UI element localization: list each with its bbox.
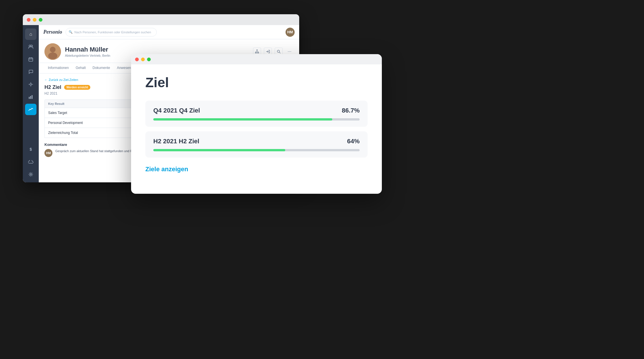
goal-title: H2 Ziel [44, 84, 61, 90]
svg-point-1 [31, 45, 32, 47]
popup-minimize-button[interactable] [141, 58, 145, 61]
profile-name: Hannah Müller [65, 46, 110, 53]
profile-info: Hannah Müller Abteilungsleiterin Vertrie… [65, 46, 110, 57]
search-bar[interactable]: 🔍 Nach Personen, Funktionen oder Einstel… [66, 28, 157, 36]
sidebar-icon-chart[interactable] [25, 91, 36, 103]
svg-rect-16 [256, 52, 258, 53]
progress-bar-1-bg [153, 118, 360, 121]
back-link-text: Zurück zu Ziel-Zeiten [49, 78, 78, 81]
goal-badge: Werden erreicht [64, 85, 90, 90]
svg-rect-2 [29, 58, 33, 61]
sidebar-icon-cloud[interactable] [25, 156, 36, 168]
goal-card-2-name: H2 2021 H2 Ziel [153, 138, 199, 145]
top-bar: Personio 🔍 Nach Personen, Funktionen ode… [39, 25, 299, 39]
sidebar-icon-home[interactable]: ⌂ [25, 28, 36, 40]
titlebar-back [23, 14, 299, 25]
svg-point-24 [277, 50, 280, 52]
close-button[interactable] [27, 18, 30, 22]
popup-body: Ziel Q4 2021 Q4 Ziel 86.7% H2 2021 H2 Zi… [131, 64, 382, 183]
svg-rect-9 [32, 95, 32, 99]
search-icon: 🔍 [69, 30, 73, 34]
svg-point-10 [30, 174, 32, 175]
popup-close-button[interactable] [135, 58, 139, 61]
user-avatar[interactable]: HM [286, 28, 295, 37]
sidebar-icon-people[interactable] [25, 41, 36, 52]
goal-card-1-name: Q4 2021 Q4 Ziel [153, 107, 200, 114]
front-window: Ziel Q4 2021 Q4 Ziel 86.7% H2 2021 H2 Zi… [131, 54, 382, 194]
sidebar-icon-calendar[interactable] [25, 54, 36, 65]
sidebar-icon-settings2[interactable] [25, 79, 36, 90]
goal-card-1-pct: 86.7% [342, 107, 360, 114]
commenter-avatar: HM [44, 149, 52, 157]
minimize-button[interactable] [33, 18, 36, 22]
goal-card-2-pct: 64% [347, 138, 360, 145]
svg-point-13 [48, 52, 57, 59]
goal-card-2-top: H2 2021 H2 Ziel 64% [153, 138, 360, 145]
svg-line-25 [279, 52, 280, 53]
sidebar-icon-dollar[interactable]: $ [25, 144, 36, 155]
svg-rect-17 [258, 52, 259, 53]
popup-titlebar [131, 54, 382, 64]
progress-bar-2-fill [153, 149, 285, 151]
ziele-anzeigen-link[interactable]: Ziele anzeigen [145, 166, 368, 173]
goal-card-2[interactable]: H2 2021 H2 Ziel 64% [145, 131, 368, 158]
goal-card-1-top: Q4 2021 Q4 Ziel 86.7% [153, 107, 360, 114]
popup-maximize-button[interactable] [147, 58, 151, 61]
svg-rect-14 [256, 50, 258, 50]
profile-avatar [44, 43, 61, 60]
tab-dokumente[interactable]: Dokumente [89, 63, 113, 73]
svg-point-0 [29, 45, 31, 47]
tab-gehalt[interactable]: Gehalt [72, 63, 89, 73]
profile-role: Abteilungsleiterin Vertrieb, Berlin [65, 54, 110, 57]
svg-rect-15 [255, 52, 256, 53]
sidebar-icon-performance[interactable] [25, 104, 36, 115]
sidebar-icon-chat[interactable] [25, 66, 36, 77]
progress-bar-2-bg [153, 149, 360, 151]
svg-rect-7 [29, 97, 30, 99]
personio-logo: Personio [43, 29, 62, 35]
maximize-button[interactable] [39, 18, 42, 22]
progress-bar-1-fill [153, 118, 332, 121]
svg-rect-8 [30, 96, 31, 99]
tab-informationen[interactable]: Informationen [44, 63, 72, 73]
sidebar-icon-gear[interactable] [25, 169, 36, 180]
search-placeholder: Nach Personen, Funktionen oder Einstellu… [74, 30, 151, 34]
popup-title: Ziel [145, 75, 368, 90]
arrow-left-icon: ← [44, 78, 48, 81]
sidebar: ⌂ [23, 25, 39, 182]
svg-point-12 [50, 47, 56, 52]
svg-point-6 [30, 83, 32, 85]
goal-card-1[interactable]: Q4 2021 Q4 Ziel 86.7% [145, 101, 368, 127]
